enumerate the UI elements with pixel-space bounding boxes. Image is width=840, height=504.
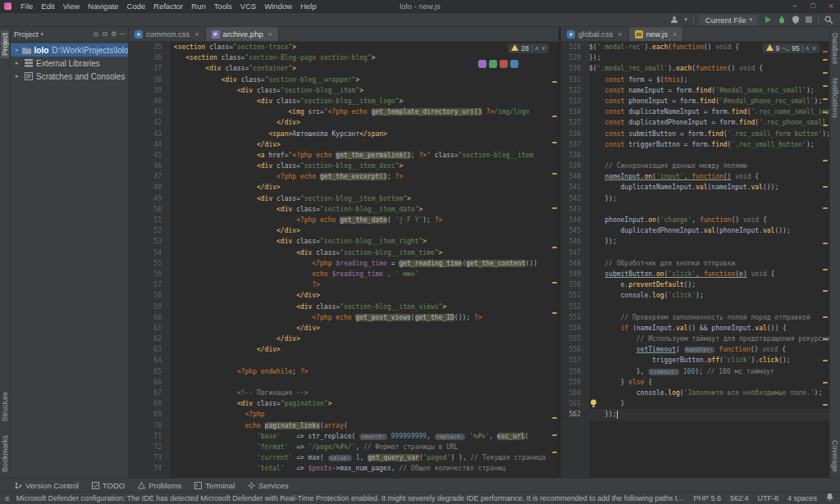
code-line[interactable]: echo paginate_links(array( — [170, 420, 559, 431]
code-line[interactable]: 'base' => str_replace( search: 999999999… — [170, 431, 559, 442]
code-line[interactable]: <?php echo get_post_views(get_the_ID());… — [170, 312, 559, 323]
toolwindow-button-terminal[interactable]: Terminal — [194, 481, 235, 490]
code-line[interactable]: echo $reading_time . ' мин' — [170, 269, 559, 279]
warning-tick[interactable] — [552, 173, 557, 175]
code-line[interactable]: }); — [589, 236, 829, 247]
code-line[interactable]: <a href="<?php echo get_the_permalink();… — [170, 150, 559, 161]
line-number[interactable]: 50 — [129, 204, 169, 215]
encoding-indicator[interactable]: UTF-8 — [757, 494, 778, 502]
menu-item-edit[interactable]: Edit — [37, 1, 58, 11]
line-number[interactable]: 537 — [561, 139, 588, 150]
code-line[interactable]: </div> — [170, 182, 559, 193]
code-line[interactable]: </div> — [170, 344, 559, 355]
tree-node-external-libraries[interactable]: ▸ External Libraries — [11, 57, 128, 70]
code-line[interactable]: </div> — [170, 139, 559, 150]
line-number[interactable]: 62 — [129, 334, 169, 344]
line-number[interactable]: 545 — [561, 225, 588, 236]
line-number[interactable]: 549 — [561, 269, 588, 279]
warning-tick[interactable] — [823, 207, 828, 209]
code-line[interactable]: }); — [589, 52, 829, 63]
code-line[interactable]: const duplicateNameInput = form.find('.r… — [589, 107, 829, 117]
next-problem-icon[interactable]: ∨ — [541, 45, 546, 52]
locate-file-icon[interactable]: ◎ — [93, 30, 98, 38]
warning-tick[interactable] — [552, 417, 557, 419]
close-button[interactable]: × — [822, 0, 840, 12]
code-line[interactable]: <!-- Пагинация --> — [170, 388, 559, 398]
code-line[interactable]: const phoneInput = form.find('#modal_pho… — [589, 96, 829, 107]
line-number[interactable]: 548 — [561, 258, 588, 269]
line-number[interactable]: 68 — [129, 398, 169, 409]
code-line[interactable]: <span>Автошкола Курсант</span> — [170, 129, 559, 139]
caret-position-indicator[interactable]: 562:4 — [730, 494, 749, 502]
line-number[interactable]: 73 — [129, 452, 169, 463]
line-number[interactable]: 555 — [561, 334, 588, 344]
toolwindow-button-structure[interactable]: Structure — [1, 389, 9, 425]
menu-item-vcs[interactable]: VCS — [236, 1, 261, 11]
warning-tick[interactable] — [823, 243, 828, 244]
code-line[interactable]: 'total' => $posts->max_num_pages, // Общ… — [170, 463, 559, 474]
code-line[interactable]: <div class="section-blog__item_desc"> — [170, 161, 559, 171]
line-number[interactable]: 67 — [129, 388, 169, 398]
code-line[interactable]: console.log('Заполните все необходимые п… — [589, 388, 829, 398]
warning-tick[interactable] — [823, 98, 828, 100]
chevron-right-icon[interactable]: ▸ — [16, 73, 21, 79]
code-line[interactable]: if (nameInput.val() && phoneInput.val())… — [589, 323, 829, 334]
notifications-bell-icon[interactable] — [826, 493, 833, 503]
inspections-widget[interactable]: 28 ∧ ∨ — [508, 43, 549, 53]
line-number[interactable]: 37 — [129, 63, 169, 74]
warning-tick[interactable] — [823, 404, 828, 406]
toolwindow-button-coverage[interactable]: Coverage — [831, 438, 839, 474]
line-number[interactable]: 561 — [561, 398, 588, 409]
line-number[interactable]: 539 — [561, 161, 588, 171]
menu-item-help[interactable]: Help — [296, 1, 321, 11]
toolwindow-button-services[interactable]: Services — [248, 481, 288, 490]
debug-button[interactable] — [778, 16, 786, 24]
code-line[interactable]: }, timeout: 100); // 100 мс таймаут — [589, 366, 829, 377]
prev-problem-icon[interactable]: ∧ — [535, 45, 539, 52]
code-line[interactable]: const nameInput = form.find('#modal_name… — [589, 85, 829, 96]
toolwindow-button-notifications[interactable]: Notifications — [831, 75, 839, 120]
code-line[interactable] — [589, 302, 829, 312]
color-swatch-icon[interactable] — [500, 60, 508, 68]
collapse-all-icon[interactable]: ⊟ — [102, 30, 107, 38]
line-number[interactable]: 530 — [561, 63, 588, 74]
warning-tick[interactable] — [823, 186, 828, 188]
code-line[interactable]: e.preventDefault(); — [589, 279, 829, 290]
code-line[interactable]: </div> — [170, 323, 559, 334]
code-line[interactable]: // Проверяем заполненность полей перед о… — [589, 312, 829, 323]
line-number[interactable]: 35 — [129, 42, 169, 52]
warning-tick[interactable] — [823, 290, 828, 292]
code-line[interactable] — [589, 150, 829, 161]
indent-indicator[interactable]: 4 spaces — [788, 494, 817, 502]
color-swatch-icon[interactable] — [510, 60, 518, 68]
editor-tab-global-css[interactable]: #global.css× — [561, 27, 629, 41]
menu-item-code[interactable]: Code — [123, 1, 150, 11]
line-number[interactable]: 48 — [129, 182, 169, 193]
line-number[interactable]: 45 — [129, 150, 169, 161]
toolwindow-switcher-icon[interactable]: ≡ — [5, 494, 10, 503]
line-number[interactable]: 63 — [129, 344, 169, 355]
line-number[interactable]: 36 — [129, 52, 169, 63]
error-stripe[interactable] — [551, 42, 558, 478]
warning-tick[interactable] — [552, 312, 557, 314]
close-icon[interactable]: × — [673, 30, 677, 39]
code-line[interactable]: // Синхронизация данных между полями — [589, 161, 829, 171]
warning-tick[interactable] — [823, 338, 828, 340]
line-number[interactable]: 44 — [129, 139, 169, 150]
toolwindow-button-todo[interactable]: TODO — [92, 481, 125, 490]
code-line[interactable] — [589, 204, 829, 215]
warning-tick[interactable] — [823, 269, 828, 270]
project-panel-title[interactable]: Project ▾ — [14, 30, 43, 39]
menu-item-tools[interactable]: Tools — [210, 1, 236, 11]
warning-tick[interactable] — [823, 72, 828, 74]
warning-tick[interactable] — [552, 207, 557, 209]
run-configuration-combo[interactable]: Current File ▾ — [700, 15, 758, 25]
line-number[interactable]: 58 — [129, 290, 169, 301]
editor-tab-new-js[interactable]: JSnew.js× — [629, 27, 684, 41]
code-line[interactable]: <?php endwhile; ?> — [170, 366, 559, 377]
code-line[interactable]: ?> — [170, 279, 559, 290]
menu-item-view[interactable]: View — [59, 1, 84, 11]
warning-tick[interactable] — [823, 85, 828, 87]
line-number[interactable]: 40 — [129, 96, 169, 107]
line-number[interactable]: 534 — [561, 107, 588, 117]
